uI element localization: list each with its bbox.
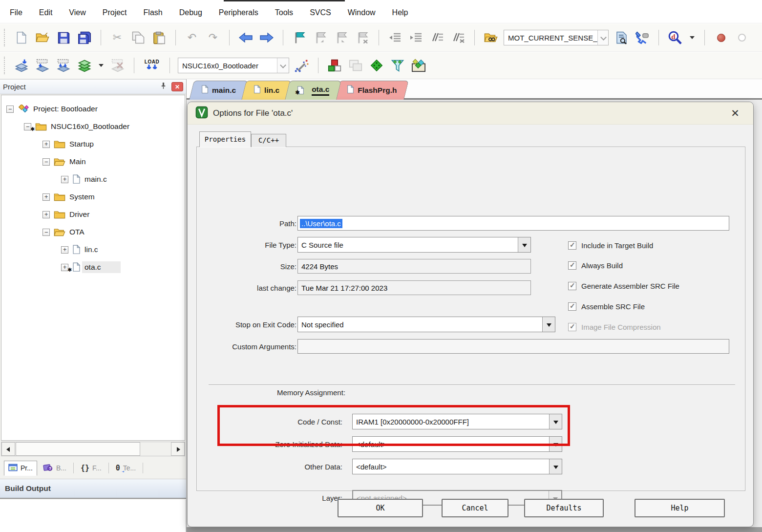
- scrollbar-thumb[interactable]: [16, 442, 140, 456]
- chevron-down-icon[interactable]: [277, 58, 289, 73]
- dropdown-arrow-icon[interactable]: [549, 414, 562, 429]
- document-search-button[interactable]: [613, 29, 630, 46]
- menu-svcs[interactable]: SVCS: [310, 8, 331, 17]
- pack-installer-button[interactable]: [410, 57, 427, 74]
- d-search-button[interactable]: d: [667, 29, 683, 46]
- checkbox-checked-icon[interactable]: [568, 282, 576, 290]
- menu-file[interactable]: File: [10, 8, 22, 17]
- checkbox-checked-icon[interactable]: [568, 241, 576, 250]
- d-search-dropdown[interactable]: [688, 29, 697, 46]
- collapse-expander[interactable]: [42, 158, 50, 166]
- help-button[interactable]: Help: [635, 499, 725, 517]
- scroll-right-button[interactable]: [171, 442, 185, 456]
- navigate-back-button[interactable]: [237, 29, 254, 46]
- previous-bookmark-button[interactable]: [312, 29, 329, 46]
- configure-filter-button[interactable]: [389, 57, 406, 74]
- chevron-down-icon[interactable]: [597, 30, 608, 45]
- other-data-select[interactable]: <default>: [352, 459, 562, 474]
- tab-templates[interactable]: 0 Te...: [112, 461, 140, 475]
- toolbar-grip[interactable]: [4, 29, 7, 46]
- start-debug-session-button[interactable]: [634, 29, 651, 46]
- ok-button[interactable]: OK: [338, 499, 423, 517]
- next-bookmark-button[interactable]: [333, 29, 350, 46]
- insert-breakpoint-button[interactable]: [713, 29, 729, 46]
- undo-button[interactable]: ↶: [184, 29, 200, 46]
- tree-item-driver[interactable]: Driver: [1, 206, 185, 223]
- tab-properties[interactable]: Properties: [199, 131, 251, 147]
- horizontal-scrollbar[interactable]: [1, 442, 185, 456]
- build-button[interactable]: [34, 57, 51, 74]
- checkbox-include-in-target-build[interactable]: Include in Target Build: [568, 240, 653, 251]
- clear-bookmarks-button[interactable]: [354, 29, 371, 46]
- cancel-button[interactable]: Cancel: [442, 499, 508, 517]
- options-for-target-button[interactable]: [294, 57, 310, 74]
- tree-item-ota-c[interactable]: ✱ ota.c: [1, 258, 185, 276]
- expand-expander[interactable]: [61, 246, 68, 254]
- insert-bookmark-button[interactable]: [291, 29, 308, 46]
- dropdown-arrow-icon[interactable]: [542, 317, 555, 332]
- tree-item-startup[interactable]: Startup: [1, 135, 185, 153]
- defaults-button[interactable]: Defaults: [524, 499, 604, 517]
- scrollbar-track[interactable]: [140, 442, 171, 456]
- editor-tab-main-c[interactable]: main.c: [189, 81, 246, 100]
- pin-button[interactable]: [158, 82, 169, 92]
- menu-debug[interactable]: Debug: [179, 8, 202, 17]
- stop-on-exit-select[interactable]: Not specified: [297, 317, 555, 332]
- menu-project[interactable]: Project: [103, 8, 127, 17]
- translate-button[interactable]: [13, 57, 30, 74]
- save-all-button[interactable]: [76, 29, 93, 46]
- editor-tab-lin-c[interactable]: lin.c: [241, 81, 289, 100]
- enable-breakpoint-button[interactable]: [734, 29, 750, 46]
- comment-selection-button[interactable]: [429, 29, 445, 46]
- uncomment-selection-button[interactable]: [450, 29, 466, 46]
- file-type-select[interactable]: C Source file: [297, 237, 531, 253]
- tree-item-main-c[interactable]: main.c: [1, 170, 185, 188]
- checkbox-assemble-src[interactable]: Assemble SRC File: [568, 301, 645, 312]
- custom-arguments-input[interactable]: [297, 339, 729, 354]
- tree-item-ota-folder[interactable]: OTA: [1, 223, 185, 241]
- menu-view[interactable]: View: [69, 8, 85, 17]
- checkbox-checked-icon[interactable]: [568, 302, 576, 311]
- editor-tab-ota-c[interactable]: ✱ ota.c: [284, 81, 339, 100]
- load-button[interactable]: LOAD: [142, 57, 162, 74]
- runtime-environment-button[interactable]: [368, 57, 385, 74]
- expand-expander[interactable]: [42, 193, 50, 201]
- build-output-header[interactable]: Build Output: [0, 479, 186, 499]
- project-panel-close-button[interactable]: ✕: [171, 82, 183, 91]
- code-const-select[interactable]: IRAM1 [0x20000000-0x20000FFF]: [352, 414, 562, 429]
- tab-c-cpp[interactable]: C/C++: [251, 134, 286, 147]
- dropdown-arrow-icon[interactable]: [549, 459, 562, 474]
- tree-item-target-folder[interactable]: ✱ NSUC16x0_Bootloader: [1, 118, 185, 135]
- project-panel-header[interactable]: Project ✕: [0, 79, 186, 94]
- menu-peripherals[interactable]: Peripherals: [219, 8, 258, 17]
- checkbox-generate-assembler-src[interactable]: Generate Assembler SRC File: [568, 280, 679, 291]
- checkbox-checked-icon[interactable]: [568, 261, 576, 270]
- tree-item-project-root[interactable]: Project: Bootloader: [1, 100, 185, 118]
- find-in-files-button[interactable]: [483, 29, 499, 46]
- navigate-forward-button[interactable]: [258, 29, 275, 46]
- editor-tab-flashprg-h[interactable]: FlashPrg.h: [334, 81, 406, 100]
- search-combo[interactable]: MOT_CURRENT_SENSE_L: [504, 30, 609, 45]
- expand-expander[interactable]: [61, 176, 68, 183]
- tree-item-system[interactable]: System: [1, 188, 185, 206]
- tree-item-lin-c[interactable]: lin.c: [1, 241, 185, 258]
- copy-button[interactable]: [130, 29, 147, 46]
- open-file-button[interactable]: [34, 29, 51, 46]
- menu-tools[interactable]: Tools: [275, 8, 293, 17]
- paste-button[interactable]: [151, 29, 168, 46]
- menu-flash[interactable]: Flash: [144, 8, 163, 17]
- checkbox-always-build[interactable]: Always Build: [568, 260, 623, 271]
- path-input[interactable]: ..\User\ota.c: [297, 216, 729, 231]
- outdent-button[interactable]: [408, 29, 424, 46]
- menu-window[interactable]: Window: [348, 8, 376, 17]
- dialog-titlebar[interactable]: Options for File 'ota.c': [188, 102, 753, 125]
- manage-components-button[interactable]: [326, 57, 343, 74]
- tab-functions[interactable]: {} F...: [77, 461, 106, 475]
- target-select[interactable]: NSUC16x0_Bootloader: [178, 58, 289, 73]
- menu-edit[interactable]: Edit: [39, 8, 53, 17]
- dropdown-arrow-icon[interactable]: [518, 237, 530, 252]
- dialog-close-button[interactable]: ✕: [729, 107, 741, 120]
- save-button[interactable]: [55, 29, 72, 46]
- collapse-expander[interactable]: [6, 106, 14, 113]
- dropdown-arrow-icon[interactable]: [549, 437, 562, 451]
